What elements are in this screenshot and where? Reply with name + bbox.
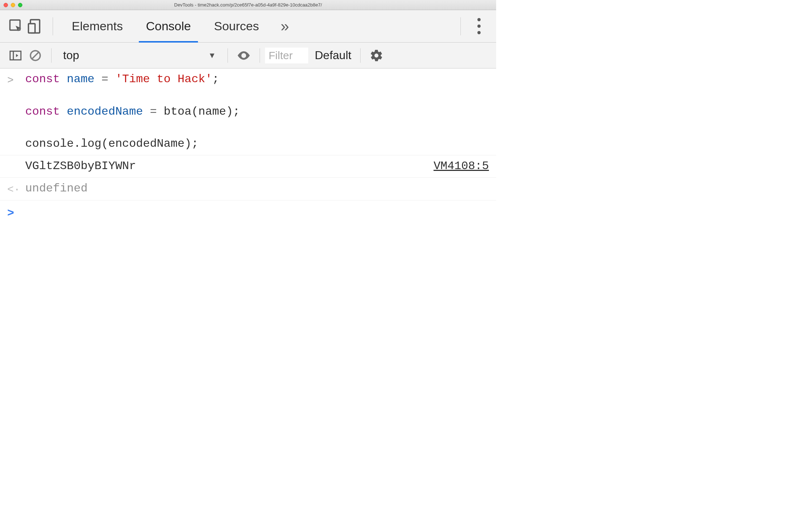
console-toolbar: top ▼ Default bbox=[0, 43, 496, 69]
log-gutter bbox=[7, 158, 25, 175]
device-toolbar-icon[interactable] bbox=[26, 10, 45, 43]
log-output: VGltZSB0byBIYWNr bbox=[25, 158, 136, 175]
console-return-row: <· undefined bbox=[0, 178, 496, 200]
divider bbox=[360, 48, 361, 63]
return-value: undefined bbox=[25, 181, 489, 197]
divider bbox=[260, 48, 260, 63]
return-prompt-icon: <· bbox=[7, 181, 25, 197]
execution-context-dropdown[interactable]: top ▼ bbox=[57, 49, 222, 62]
console-active-prompt[interactable]: > bbox=[0, 200, 496, 225]
settings-menu-button[interactable] bbox=[468, 18, 490, 34]
svg-rect-3 bbox=[10, 51, 21, 60]
console-input-row: > const name = 'Time to Hack'; const enc… bbox=[0, 69, 496, 155]
tab-console[interactable]: Console bbox=[134, 10, 203, 42]
main-tab-bar: Elements Console Sources » bbox=[0, 10, 496, 43]
inspect-element-icon[interactable] bbox=[6, 10, 26, 43]
panel-tabs: Elements Console Sources » bbox=[60, 10, 453, 42]
window-title: DevTools - time2hack.com/p/2ce65f7e-a05d… bbox=[0, 2, 496, 8]
window-title-bar: DevTools - time2hack.com/p/2ce65f7e-a05d… bbox=[0, 0, 496, 10]
tab-sources[interactable]: Sources bbox=[202, 10, 270, 42]
close-button[interactable] bbox=[4, 3, 8, 7]
chevron-down-icon: ▼ bbox=[208, 51, 216, 60]
divider bbox=[460, 17, 461, 35]
traffic-lights bbox=[0, 3, 22, 7]
maximize-button[interactable] bbox=[18, 3, 22, 7]
live-expression-icon[interactable] bbox=[233, 48, 255, 63]
console-input[interactable] bbox=[25, 204, 489, 222]
tab-elements[interactable]: Elements bbox=[60, 10, 134, 42]
divider bbox=[228, 48, 228, 63]
console-output: > const name = 'Time to Hack'; const enc… bbox=[0, 69, 496, 225]
toggle-sidebar-icon[interactable] bbox=[6, 49, 25, 62]
context-label: top bbox=[63, 49, 79, 62]
log-levels-dropdown[interactable]: Default bbox=[308, 49, 355, 62]
svg-rect-2 bbox=[28, 23, 35, 33]
divider bbox=[53, 17, 53, 35]
console-code[interactable]: const name = 'Time to Hack'; const encod… bbox=[25, 71, 489, 152]
console-log-row: VGltZSB0byBIYWNr VM4108:5 bbox=[0, 155, 496, 178]
input-prompt-icon: > bbox=[7, 71, 25, 152]
minimize-button[interactable] bbox=[11, 3, 15, 7]
more-tabs-button[interactable]: » bbox=[270, 10, 299, 42]
console-settings-icon[interactable] bbox=[366, 49, 387, 62]
source-link[interactable]: VM4108:5 bbox=[426, 158, 489, 175]
filter-input[interactable] bbox=[265, 48, 308, 63]
active-prompt-icon: > bbox=[7, 204, 25, 222]
svg-line-6 bbox=[32, 52, 39, 59]
clear-console-icon[interactable] bbox=[25, 49, 46, 62]
divider bbox=[51, 48, 52, 63]
